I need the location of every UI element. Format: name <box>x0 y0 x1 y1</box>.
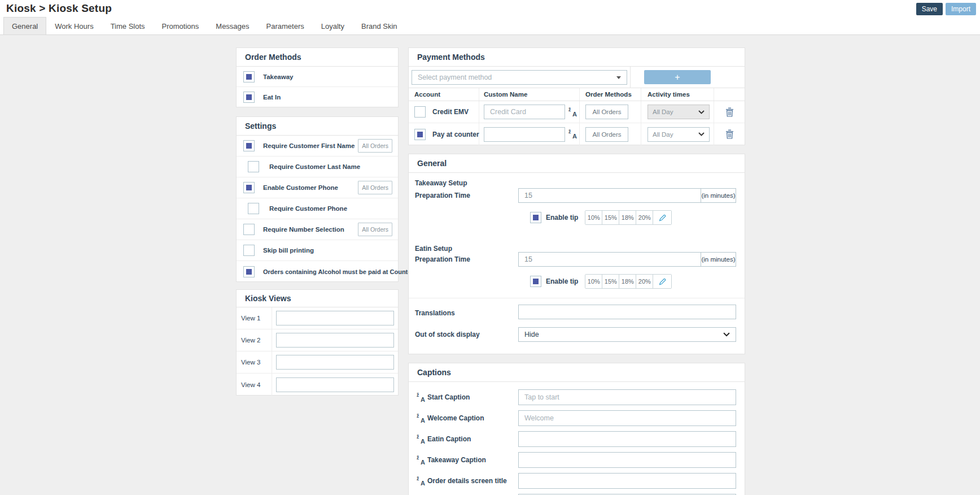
require-phone-checkbox[interactable] <box>248 203 259 214</box>
takeaway-prep-time-input[interactable] <box>518 188 701 203</box>
tip-15-button[interactable]: 15% <box>602 275 619 288</box>
first-name-all-orders-badge[interactable]: All Orders <box>358 139 392 153</box>
import-button[interactable]: Import <box>946 3 976 15</box>
view2-input[interactable] <box>276 333 394 348</box>
require-first-name-checkbox[interactable] <box>243 140 255 151</box>
require-last-name-checkbox[interactable] <box>248 161 259 172</box>
toolbar: Save Import <box>916 3 976 15</box>
start-caption-label: Start Caption <box>427 393 470 401</box>
eatin-label: Eat In <box>263 94 281 101</box>
require-number-selection-checkbox[interactable] <box>243 224 255 235</box>
minutes-suffix: (in minutes) <box>701 188 736 203</box>
credit-emv-label: Credit EMV <box>432 108 469 116</box>
view3-input[interactable] <box>276 355 394 370</box>
eatin-caption-input[interactable] <box>518 431 736 447</box>
welcome-caption-input[interactable] <box>518 410 736 426</box>
translate-icon[interactable]: žA <box>417 477 425 485</box>
tab-general[interactable]: General <box>3 17 46 34</box>
caret-down-icon <box>616 76 621 79</box>
tab-work-hours[interactable]: Work Hours <box>46 17 102 34</box>
eatin-prep-time-input[interactable] <box>518 252 701 267</box>
credit-emv-order-methods-button[interactable]: All Orders <box>585 105 628 119</box>
pay-at-counter-order-methods-button[interactable]: All Orders <box>585 127 628 142</box>
tab-parameters[interactable]: Parameters <box>258 17 313 34</box>
enable-phone-all-orders-badge[interactable]: All Orders <box>358 181 392 194</box>
eatin-enable-tip-label: Enable tip <box>546 277 578 285</box>
translate-icon[interactable]: žA <box>568 130 577 138</box>
require-number-selection-label: Require Number Selection <box>263 226 344 233</box>
payment-methods-panel: Payment Methods Select payment method + … <box>408 47 745 145</box>
translate-icon[interactable]: žA <box>417 456 425 464</box>
save-button[interactable]: Save <box>916 3 943 15</box>
alcohol-counter-checkbox[interactable] <box>243 266 255 277</box>
takeaway-enable-tip-checkbox[interactable] <box>530 212 541 223</box>
credit-emv-activity-select[interactable]: All Day <box>648 105 710 119</box>
translate-icon[interactable]: žA <box>568 108 577 116</box>
view2-label: View 2 <box>237 329 272 351</box>
delete-credit-emv-icon[interactable] <box>725 107 734 117</box>
tab-loyalty[interactable]: Loyalty <box>313 17 353 34</box>
takeaway-setup-label: Takeaway Setup <box>415 179 467 187</box>
order-methods-title: Order Methods <box>237 48 398 67</box>
takeaway-checkbox[interactable] <box>243 71 255 82</box>
breadcrumb: Kiosk > Kiosk Setup <box>6 2 112 15</box>
tip-18-button[interactable]: 18% <box>619 275 636 288</box>
edit-tip-pencil-icon[interactable] <box>653 211 671 224</box>
pay-at-counter-activity-select[interactable]: All Day <box>648 127 710 142</box>
tip-18-button[interactable]: 18% <box>619 211 636 224</box>
translate-icon[interactable]: žA <box>417 414 425 423</box>
eatin-caption-row: žA Eatin Caption <box>409 431 745 447</box>
tip-15-button[interactable]: 15% <box>602 211 619 224</box>
tab-brand-skin[interactable]: Brand Skin <box>353 17 406 34</box>
tip-10-button[interactable]: 10% <box>585 275 602 288</box>
order-methods-panel: Order Methods Takeaway Eat In <box>236 47 399 107</box>
general-panel: General Takeaway Setup Preparation Time … <box>408 154 745 354</box>
out-of-stock-label: Out of stock display <box>415 331 480 338</box>
number-selection-all-orders-badge[interactable]: All Orders <box>358 223 392 236</box>
eatin-setup-label: Eatin Setup <box>415 245 452 253</box>
chevron-down-icon <box>698 110 705 114</box>
add-payment-method-button[interactable]: + <box>644 70 711 84</box>
minutes-suffix: (in minutes) <box>701 252 736 267</box>
order-method-row-takeaway: Takeaway <box>237 67 398 87</box>
welcome-caption-label: Welcome Caption <box>427 414 484 422</box>
pay-at-counter-custom-name-input[interactable] <box>484 127 565 142</box>
setting-row-number-selection: Require Number Selection All Orders <box>237 219 398 240</box>
tip-20-button[interactable]: 20% <box>636 211 653 224</box>
edit-tip-pencil-icon[interactable] <box>653 275 671 288</box>
kiosk-view-row-1: View 1 <box>237 307 398 329</box>
order-method-row-eatin: Eat In <box>237 87 398 107</box>
credit-emv-checkbox[interactable] <box>414 106 426 118</box>
delete-pay-at-counter-icon[interactable] <box>725 129 734 139</box>
payment-method-select[interactable]: Select payment method <box>412 70 627 85</box>
eatin-prep-time-group: (in minutes) <box>518 252 736 267</box>
eatin-checkbox[interactable] <box>243 92 255 103</box>
translations-input[interactable] <box>518 305 736 319</box>
col-actions <box>714 88 745 101</box>
skip-bill-printing-checkbox[interactable] <box>243 245 255 256</box>
content-area: Order Methods Takeaway Eat In Settings R… <box>0 35 980 495</box>
credit-emv-custom-name-input[interactable] <box>484 105 565 119</box>
takeaway-caption-input[interactable] <box>518 452 736 468</box>
start-caption-input[interactable] <box>518 389 736 405</box>
eatin-caption-label: Eatin Caption <box>427 435 471 443</box>
tab-promotions[interactable]: Promotions <box>154 17 208 34</box>
payment-select-placeholder: Select payment method <box>418 73 616 81</box>
tab-messages[interactable]: Messages <box>207 17 257 34</box>
view1-input[interactable] <box>276 311 394 325</box>
require-phone-label: Require Customer Phone <box>269 205 347 212</box>
eatin-enable-tip-checkbox[interactable] <box>530 276 541 287</box>
tab-time-slots[interactable]: Time Slots <box>102 17 154 34</box>
translate-icon[interactable]: žA <box>417 393 425 402</box>
translate-icon[interactable]: žA <box>417 435 425 444</box>
enable-phone-checkbox[interactable] <box>243 182 255 193</box>
out-of-stock-select[interactable]: Hide <box>518 327 736 342</box>
setting-row-last-name: Require Customer Last Name <box>237 157 398 177</box>
order-details-title-input[interactable] <box>518 473 736 489</box>
tip-10-button[interactable]: 10% <box>585 211 602 224</box>
tab-bar: General Work Hours Time Slots Promotions… <box>0 17 980 35</box>
tip-20-button[interactable]: 20% <box>636 275 653 288</box>
captions-title: Captions <box>409 363 745 382</box>
view4-input[interactable] <box>276 377 394 392</box>
pay-at-counter-checkbox[interactable] <box>414 129 426 140</box>
